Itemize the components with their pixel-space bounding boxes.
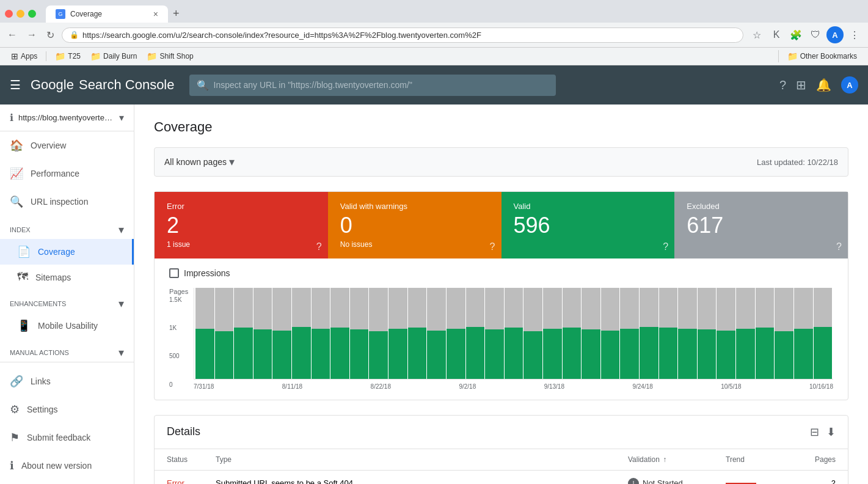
x-label-92: 9/2/18 <box>459 383 476 390</box>
manual-section-collapse-icon[interactable]: ▾ <box>119 346 124 359</box>
row-type-1: Submitted URL seems to be a Soft 404 <box>216 479 628 484</box>
bookmark-shift-shop[interactable]: 📁 Shift Shop <box>143 50 197 62</box>
bar-bottom <box>408 328 427 378</box>
bar-bottom <box>369 331 388 378</box>
sidebar-item-settings[interactable]: ⚙ Settings <box>0 395 134 424</box>
x-label-913: 9/13/18 <box>544 383 564 390</box>
active-browser-tab[interactable]: G Coverage × <box>46 6 168 23</box>
col-header-validation[interactable]: Validation ↑ <box>628 455 726 464</box>
close-tab-button[interactable]: × <box>153 9 158 19</box>
filter-dropdown[interactable]: All known pages ▾ <box>164 155 235 169</box>
sidebar-item-overview[interactable]: 🏠 Overview <box>0 131 134 160</box>
sidebar-item-coverage[interactable]: 📄 Coverage <box>0 239 134 265</box>
extension-shield-icon[interactable]: 🛡 <box>807 26 824 43</box>
row-pages-1: 2 <box>799 479 836 484</box>
bar-bottom <box>427 331 446 379</box>
bar-bottom <box>717 331 735 379</box>
bar-bottom <box>253 329 272 378</box>
url-input[interactable] <box>82 31 735 40</box>
bar-bottom <box>350 329 369 378</box>
row-status-1: Error <box>167 479 216 484</box>
sidebar-item-performance[interactable]: 📈 Performance <box>0 160 134 188</box>
bookmark-daily-burn[interactable]: 📁 Daily Burn <box>87 50 140 62</box>
excluded-help-icon[interactable]: ? <box>836 241 842 252</box>
bar-top <box>234 288 253 328</box>
bookmark-apps[interactable]: ⊞ Apps <box>7 50 41 62</box>
warning-card-label: Valid with warnings <box>340 202 489 211</box>
minimize-window-button[interactable] <box>16 10 24 18</box>
address-bar[interactable]: 🔒 <box>62 28 743 43</box>
valid-help-icon[interactable]: ? <box>663 241 668 252</box>
profile-avatar[interactable]: A <box>826 26 844 43</box>
bar-bottom <box>447 329 465 379</box>
sidebar-item-about[interactable]: ℹ About new version <box>0 452 134 480</box>
bar-group <box>736 288 755 379</box>
coverage-icon: 📄 <box>17 245 31 258</box>
status-card-error[interactable]: Error 2 1 issue ? <box>155 192 328 258</box>
enhancements-section-collapse-icon[interactable]: ▾ <box>119 297 124 310</box>
profile-button-k[interactable]: K <box>768 26 785 43</box>
sort-up-icon: ↑ <box>663 455 666 464</box>
bar-top <box>312 288 330 329</box>
sidebar-item-url-inspection[interactable]: 🔍 URL inspection <box>0 188 134 216</box>
bookmark-t25-label: T25 <box>68 52 81 61</box>
bar-group <box>195 288 214 379</box>
status-card-valid[interactable]: Valid 596 ? <box>501 192 675 258</box>
extension-puzzle-icon[interactable]: 🧩 <box>787 26 804 43</box>
filter-dropdown-icon: ▾ <box>229 155 235 169</box>
download-icon[interactable]: ⬇ <box>826 425 836 439</box>
sidebar-item-submit-feedback[interactable]: ⚑ Submit feedback <box>0 424 134 452</box>
sidebar-item-sitemaps[interactable]: 🗺 Sitemaps <box>0 265 134 290</box>
notification-bell-icon[interactable]: 🔔 <box>816 78 831 92</box>
index-section-collapse-icon[interactable]: ▾ <box>119 223 124 237</box>
x-label-105: 10/5/18 <box>721 383 741 390</box>
bar-top <box>388 288 407 329</box>
page-content: Coverage All known pages ▾ Last updated:… <box>134 105 868 484</box>
forward-button[interactable]: → <box>24 27 39 43</box>
status-card-warning[interactable]: Valid with warnings 0 No issues ? <box>328 192 501 258</box>
sidebar-overview-label: Overview <box>31 141 66 150</box>
back-button[interactable]: ← <box>5 27 20 43</box>
folder-icon-shift-shop: 📁 <box>147 51 157 61</box>
sidebar-item-old-version[interactable]: ↩ Go to the old version <box>0 480 134 484</box>
apps-grid-icon[interactable]: ⊞ <box>796 78 806 92</box>
bar-bottom <box>736 329 755 379</box>
maximize-window-button[interactable] <box>28 10 36 18</box>
link-icon: 🔗 <box>10 375 23 388</box>
reload-button[interactable]: ↻ <box>44 27 57 43</box>
hamburger-menu-button[interactable]: ☰ <box>10 78 21 92</box>
sidebar-item-links[interactable]: 🔗 Links <box>0 367 134 395</box>
col-header-type: Type <box>216 455 628 464</box>
bar-group <box>717 288 735 379</box>
sidebar-item-mobile-usability[interactable]: 📱 Mobile Usability <box>0 313 134 339</box>
status-card-excluded[interactable]: Excluded 617 ? <box>674 192 848 258</box>
bookmark-t25[interactable]: 📁 T25 <box>51 50 84 62</box>
bar-top <box>485 288 504 330</box>
error-help-icon[interactable]: ? <box>316 241 322 252</box>
site-selector[interactable]: ℹ https://blog.twentyoverten.co... ▾ <box>0 105 134 131</box>
search-input[interactable] <box>214 80 549 90</box>
impressions-toggle[interactable]: Impressions <box>169 268 833 278</box>
bar-top <box>369 288 388 332</box>
user-avatar[interactable]: A <box>841 76 858 94</box>
bar-group <box>601 288 620 379</box>
logo-google-text: Google <box>31 77 74 93</box>
bookmark-star-button[interactable]: ☆ <box>748 26 765 43</box>
details-title: Details <box>167 425 810 438</box>
more-menu-button[interactable]: ⋮ <box>846 26 863 43</box>
sidebar-url-inspection-label: URL inspection <box>31 197 88 207</box>
bar-top <box>717 288 735 331</box>
impressions-checkbox[interactable] <box>169 268 179 278</box>
mobile-icon: 📱 <box>17 319 31 332</box>
browser-toolbar: ← → ↻ 🔒 ☆ K 🧩 🛡 A ⋮ <box>0 23 868 48</box>
table-row[interactable]: Error Submitted URL seems to be a Soft 4… <box>155 471 848 484</box>
sidebar-settings-label: Settings <box>27 405 58 414</box>
filter-icon[interactable]: ⊟ <box>810 425 819 439</box>
bookmark-other[interactable]: 📁 Other Bookmarks <box>784 50 861 62</box>
bar-top <box>736 288 755 329</box>
close-window-button[interactable] <box>5 10 13 18</box>
help-icon[interactable]: ? <box>779 78 786 92</box>
new-tab-button[interactable]: + <box>168 5 184 23</box>
app-search-bar[interactable]: 🔍 <box>189 75 556 96</box>
warning-help-icon[interactable]: ? <box>490 241 495 252</box>
